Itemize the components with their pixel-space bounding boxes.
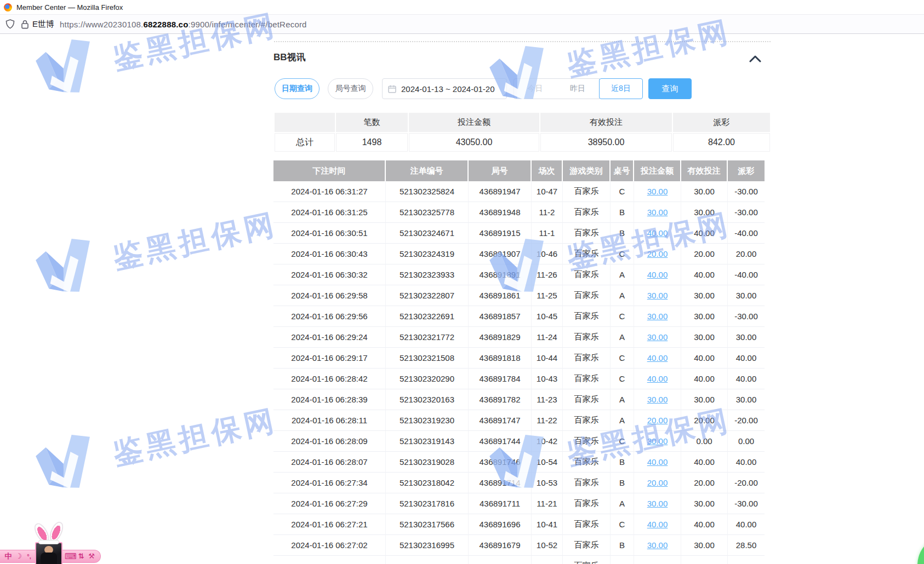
bet-col-header-6: 投注金额: [634, 160, 681, 181]
watermark-logo-icon: [32, 429, 107, 499]
bet-col-header-1: 注单编号: [386, 160, 469, 181]
cell: 40.00: [681, 514, 728, 535]
cell: -30.00: [728, 493, 765, 514]
cell: 30.00: [681, 202, 728, 223]
cell: 436891829: [469, 327, 532, 348]
ime-keyboard-icon[interactable]: ⌨: [65, 550, 76, 562]
bunny-headband: [38, 540, 59, 544]
bet-amount-link[interactable]: 30.00: [647, 332, 668, 342]
ime-language-button[interactable]: 中: [3, 550, 13, 562]
cell: 2024-01-16 06:28:39: [273, 389, 386, 410]
cell: 436891746: [469, 452, 532, 473]
ime-toggle-icon[interactable]: ⇅: [77, 550, 85, 562]
cell: [532, 556, 563, 564]
cell: 百家乐: [563, 493, 611, 514]
cell: 百家乐: [563, 181, 611, 202]
cell: 436891711: [469, 493, 532, 514]
watermark-text: 鉴黑担保网: [109, 204, 281, 278]
bet-amount-link[interactable]: 30.00: [647, 187, 668, 196]
cell: 436891861: [469, 285, 532, 306]
bet-amount-link[interactable]: 20.00: [647, 478, 668, 487]
ime-punctuation-icon[interactable]: °,: [24, 550, 34, 562]
collapse-section-button[interactable]: [749, 55, 761, 63]
cell: -20.00: [728, 473, 765, 493]
cell-bet-amount: 40.00: [634, 223, 681, 244]
round-query-button[interactable]: 局号查询: [328, 78, 373, 99]
watermark-logo-icon: [32, 233, 107, 303]
yesterday-button[interactable]: 昨日: [556, 78, 600, 99]
ime-settings-wrench-icon[interactable]: ⚒: [87, 550, 96, 562]
bet-amount-link[interactable]: 30.00: [647, 395, 668, 404]
bet-amount-link[interactable]: 30.00: [647, 499, 668, 508]
window-titlebar: Member Center — Mozilla Firefox: [0, 0, 924, 14]
cell: 436891915: [469, 223, 532, 244]
table-row: 2024-01-16 06:30:43521302324319436891907…: [273, 244, 765, 264]
ime-moon-icon[interactable]: ☽: [14, 550, 23, 562]
bet-amount-link[interactable]: 40.00: [647, 520, 668, 529]
bet-amount-link[interactable]: 30.00: [647, 208, 668, 217]
cell-bet-amount: 40.00: [634, 452, 681, 473]
cell: 11-25: [532, 285, 563, 306]
shield-icon[interactable]: [5, 19, 15, 29]
cell: 10-52: [532, 535, 563, 556]
cell: 10-42: [532, 431, 563, 452]
lock-icon[interactable]: [21, 20, 28, 29]
cell-bet-amount: 20.00: [634, 244, 681, 264]
bet-amount-link[interactable]: 40.00: [647, 353, 668, 362]
cell: 百家乐: [563, 369, 611, 389]
bet-amount-link[interactable]: 40.00: [647, 270, 668, 279]
cell-bet-amount: 30.00: [634, 285, 681, 306]
search-button[interactable]: 查询: [648, 78, 692, 99]
cell: 10-44: [532, 348, 563, 369]
cell: 10-45: [532, 306, 563, 327]
cell: 40.00: [681, 452, 728, 473]
ime-skin-avatar[interactable]: [35, 542, 62, 564]
bet-amount-link[interactable]: 40.00: [647, 457, 668, 467]
cell: 436891747: [469, 410, 532, 431]
cell: 百家乐: [563, 244, 611, 264]
bet-amount-link[interactable]: 40.00: [647, 228, 668, 238]
cell: 521302324319: [386, 244, 469, 264]
url-bar[interactable]: E世博 https://www20230108.6822888.co:9900/…: [0, 14, 924, 34]
cell: 436891784: [469, 369, 532, 389]
bet-col-header-7: 有效投注: [681, 160, 728, 181]
cell: 百家乐: [563, 202, 611, 223]
watermark: 鉴黑担保网: [32, 392, 283, 499]
cell: 11-21: [532, 493, 563, 514]
cell: 521302321508: [386, 348, 469, 369]
cell-bet-amount: 40.00: [634, 348, 681, 369]
bet-amount-link[interactable]: 20.00: [647, 249, 668, 258]
cell: 2024-01-16 06:27:29: [273, 493, 386, 514]
cell: 2024-01-16 06:31:27: [273, 181, 386, 202]
cell: 521302325778: [386, 202, 469, 223]
date-query-button[interactable]: 日期查询: [275, 78, 320, 99]
last-8-days-button[interactable]: 近8日: [599, 78, 643, 99]
bet-amount-link[interactable]: 30.00: [647, 436, 668, 446]
today-button[interactable]: 今日: [514, 78, 557, 99]
cell: 40.00: [681, 348, 728, 369]
bet-amount-link[interactable]: 30.00: [647, 312, 668, 321]
bet-col-header-5: 桌号: [611, 160, 634, 181]
bet-amount-link[interactable]: 30.00: [647, 540, 668, 550]
section-title: BB视讯: [273, 51, 306, 64]
date-range-input[interactable]: 2024-01-13 ~ 2024-01-20: [382, 78, 507, 99]
bet-amount-link[interactable]: 20.00: [647, 416, 668, 425]
filter-toolbar: 日期查询 局号查询 2024-01-13 ~ 2024-01-20 今日 昨日 …: [273, 78, 765, 99]
cell: 百家乐: [563, 389, 611, 410]
bet-amount-link[interactable]: 40.00: [647, 374, 668, 383]
cell: 11-2: [532, 202, 563, 223]
cell: B: [611, 473, 634, 493]
summary-table-wrap: 笔数投注金额有效投注派彩 总计149843050.0038950.00842.0…: [273, 112, 765, 153]
cell: 521302321772: [386, 327, 469, 348]
cell: 2024-01-16 06:30:43: [273, 244, 386, 264]
cell: B: [611, 223, 634, 244]
cell: [728, 556, 765, 564]
table-row: 2024-01-16 06:28:07521302319028436891746…: [273, 452, 765, 473]
cell: B: [611, 535, 634, 556]
cell: C: [611, 431, 634, 452]
bet-record-panel: BB视讯 日期查询 局号查询 2024-01-13 ~ 2024-01-20 今…: [273, 34, 765, 564]
cell: 2024-01-16 06:29:58: [273, 285, 386, 306]
cell: 30.00: [681, 285, 728, 306]
bet-amount-link[interactable]: 30.00: [647, 291, 668, 300]
url-domain: 6822888.co: [143, 20, 188, 29]
